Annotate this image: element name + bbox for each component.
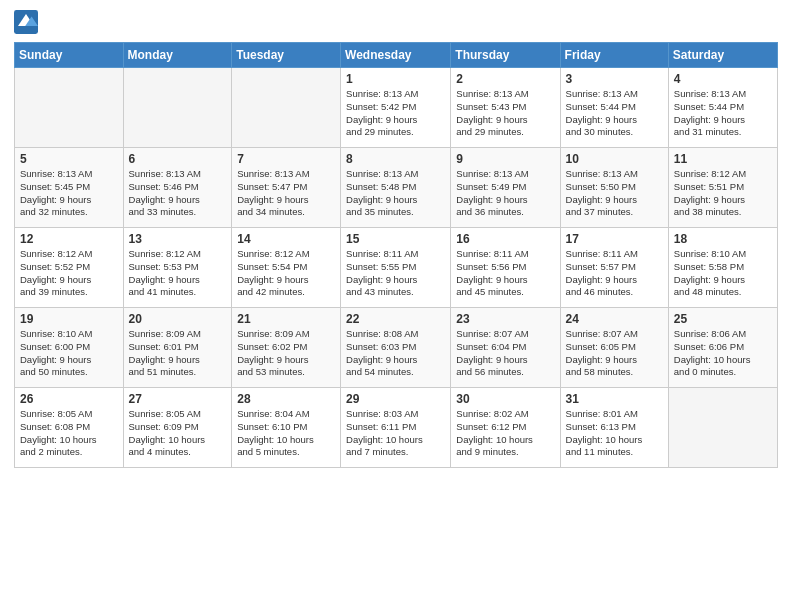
day-number: 26 bbox=[20, 392, 118, 406]
day-number: 16 bbox=[456, 232, 554, 246]
day-info: Sunrise: 8:11 AM Sunset: 5:56 PM Dayligh… bbox=[456, 248, 554, 299]
day-info: Sunrise: 8:03 AM Sunset: 6:11 PM Dayligh… bbox=[346, 408, 445, 459]
weekday-header-saturday: Saturday bbox=[668, 43, 777, 68]
day-cell: 25Sunrise: 8:06 AM Sunset: 6:06 PM Dayli… bbox=[668, 308, 777, 388]
day-info: Sunrise: 8:11 AM Sunset: 5:55 PM Dayligh… bbox=[346, 248, 445, 299]
day-number: 1 bbox=[346, 72, 445, 86]
day-info: Sunrise: 8:07 AM Sunset: 6:05 PM Dayligh… bbox=[566, 328, 663, 379]
day-number: 12 bbox=[20, 232, 118, 246]
day-number: 14 bbox=[237, 232, 335, 246]
day-number: 4 bbox=[674, 72, 772, 86]
day-number: 17 bbox=[566, 232, 663, 246]
day-number: 19 bbox=[20, 312, 118, 326]
day-cell: 16Sunrise: 8:11 AM Sunset: 5:56 PM Dayli… bbox=[451, 228, 560, 308]
calendar-table: SundayMondayTuesdayWednesdayThursdayFrid… bbox=[14, 42, 778, 468]
day-cell: 5Sunrise: 8:13 AM Sunset: 5:45 PM Daylig… bbox=[15, 148, 124, 228]
day-info: Sunrise: 8:13 AM Sunset: 5:49 PM Dayligh… bbox=[456, 168, 554, 219]
day-cell: 10Sunrise: 8:13 AM Sunset: 5:50 PM Dayli… bbox=[560, 148, 668, 228]
day-cell: 11Sunrise: 8:12 AM Sunset: 5:51 PM Dayli… bbox=[668, 148, 777, 228]
day-info: Sunrise: 8:13 AM Sunset: 5:44 PM Dayligh… bbox=[674, 88, 772, 139]
day-info: Sunrise: 8:08 AM Sunset: 6:03 PM Dayligh… bbox=[346, 328, 445, 379]
header bbox=[14, 10, 778, 34]
weekday-header-tuesday: Tuesday bbox=[232, 43, 341, 68]
day-number: 22 bbox=[346, 312, 445, 326]
day-cell: 19Sunrise: 8:10 AM Sunset: 6:00 PM Dayli… bbox=[15, 308, 124, 388]
day-number: 20 bbox=[129, 312, 227, 326]
day-number: 23 bbox=[456, 312, 554, 326]
day-info: Sunrise: 8:12 AM Sunset: 5:51 PM Dayligh… bbox=[674, 168, 772, 219]
day-cell: 30Sunrise: 8:02 AM Sunset: 6:12 PM Dayli… bbox=[451, 388, 560, 468]
day-number: 25 bbox=[674, 312, 772, 326]
day-number: 13 bbox=[129, 232, 227, 246]
day-cell: 4Sunrise: 8:13 AM Sunset: 5:44 PM Daylig… bbox=[668, 68, 777, 148]
day-cell: 3Sunrise: 8:13 AM Sunset: 5:44 PM Daylig… bbox=[560, 68, 668, 148]
day-cell: 27Sunrise: 8:05 AM Sunset: 6:09 PM Dayli… bbox=[123, 388, 232, 468]
weekday-header-row: SundayMondayTuesdayWednesdayThursdayFrid… bbox=[15, 43, 778, 68]
week-row-4: 19Sunrise: 8:10 AM Sunset: 6:00 PM Dayli… bbox=[15, 308, 778, 388]
day-number: 9 bbox=[456, 152, 554, 166]
day-info: Sunrise: 8:09 AM Sunset: 6:01 PM Dayligh… bbox=[129, 328, 227, 379]
day-cell: 24Sunrise: 8:07 AM Sunset: 6:05 PM Dayli… bbox=[560, 308, 668, 388]
day-cell: 12Sunrise: 8:12 AM Sunset: 5:52 PM Dayli… bbox=[15, 228, 124, 308]
day-number: 28 bbox=[237, 392, 335, 406]
weekday-header-wednesday: Wednesday bbox=[341, 43, 451, 68]
day-number: 2 bbox=[456, 72, 554, 86]
day-cell: 31Sunrise: 8:01 AM Sunset: 6:13 PM Dayli… bbox=[560, 388, 668, 468]
day-cell: 21Sunrise: 8:09 AM Sunset: 6:02 PM Dayli… bbox=[232, 308, 341, 388]
day-cell: 13Sunrise: 8:12 AM Sunset: 5:53 PM Dayli… bbox=[123, 228, 232, 308]
week-row-3: 12Sunrise: 8:12 AM Sunset: 5:52 PM Dayli… bbox=[15, 228, 778, 308]
week-row-1: 1Sunrise: 8:13 AM Sunset: 5:42 PM Daylig… bbox=[15, 68, 778, 148]
day-info: Sunrise: 8:12 AM Sunset: 5:53 PM Dayligh… bbox=[129, 248, 227, 299]
logo bbox=[14, 10, 40, 34]
day-cell: 1Sunrise: 8:13 AM Sunset: 5:42 PM Daylig… bbox=[341, 68, 451, 148]
day-info: Sunrise: 8:02 AM Sunset: 6:12 PM Dayligh… bbox=[456, 408, 554, 459]
day-info: Sunrise: 8:01 AM Sunset: 6:13 PM Dayligh… bbox=[566, 408, 663, 459]
day-cell bbox=[668, 388, 777, 468]
week-row-5: 26Sunrise: 8:05 AM Sunset: 6:08 PM Dayli… bbox=[15, 388, 778, 468]
day-number: 24 bbox=[566, 312, 663, 326]
day-cell: 22Sunrise: 8:08 AM Sunset: 6:03 PM Dayli… bbox=[341, 308, 451, 388]
day-info: Sunrise: 8:04 AM Sunset: 6:10 PM Dayligh… bbox=[237, 408, 335, 459]
day-info: Sunrise: 8:13 AM Sunset: 5:48 PM Dayligh… bbox=[346, 168, 445, 219]
day-info: Sunrise: 8:12 AM Sunset: 5:54 PM Dayligh… bbox=[237, 248, 335, 299]
weekday-header-monday: Monday bbox=[123, 43, 232, 68]
day-cell: 18Sunrise: 8:10 AM Sunset: 5:58 PM Dayli… bbox=[668, 228, 777, 308]
day-number: 11 bbox=[674, 152, 772, 166]
day-number: 5 bbox=[20, 152, 118, 166]
day-info: Sunrise: 8:05 AM Sunset: 6:08 PM Dayligh… bbox=[20, 408, 118, 459]
day-cell: 15Sunrise: 8:11 AM Sunset: 5:55 PM Dayli… bbox=[341, 228, 451, 308]
day-number: 29 bbox=[346, 392, 445, 406]
day-info: Sunrise: 8:13 AM Sunset: 5:45 PM Dayligh… bbox=[20, 168, 118, 219]
day-cell bbox=[15, 68, 124, 148]
day-cell: 26Sunrise: 8:05 AM Sunset: 6:08 PM Dayli… bbox=[15, 388, 124, 468]
day-info: Sunrise: 8:13 AM Sunset: 5:44 PM Dayligh… bbox=[566, 88, 663, 139]
day-cell: 28Sunrise: 8:04 AM Sunset: 6:10 PM Dayli… bbox=[232, 388, 341, 468]
day-info: Sunrise: 8:13 AM Sunset: 5:50 PM Dayligh… bbox=[566, 168, 663, 219]
day-number: 21 bbox=[237, 312, 335, 326]
day-info: Sunrise: 8:13 AM Sunset: 5:43 PM Dayligh… bbox=[456, 88, 554, 139]
weekday-header-friday: Friday bbox=[560, 43, 668, 68]
weekday-header-sunday: Sunday bbox=[15, 43, 124, 68]
day-number: 30 bbox=[456, 392, 554, 406]
logo-icon bbox=[14, 10, 38, 34]
day-number: 27 bbox=[129, 392, 227, 406]
day-number: 7 bbox=[237, 152, 335, 166]
weekday-header-thursday: Thursday bbox=[451, 43, 560, 68]
day-cell bbox=[232, 68, 341, 148]
day-number: 15 bbox=[346, 232, 445, 246]
day-info: Sunrise: 8:13 AM Sunset: 5:42 PM Dayligh… bbox=[346, 88, 445, 139]
day-cell: 29Sunrise: 8:03 AM Sunset: 6:11 PM Dayli… bbox=[341, 388, 451, 468]
day-cell: 17Sunrise: 8:11 AM Sunset: 5:57 PM Dayli… bbox=[560, 228, 668, 308]
day-number: 18 bbox=[674, 232, 772, 246]
day-info: Sunrise: 8:13 AM Sunset: 5:46 PM Dayligh… bbox=[129, 168, 227, 219]
day-number: 8 bbox=[346, 152, 445, 166]
day-info: Sunrise: 8:13 AM Sunset: 5:47 PM Dayligh… bbox=[237, 168, 335, 219]
day-cell: 2Sunrise: 8:13 AM Sunset: 5:43 PM Daylig… bbox=[451, 68, 560, 148]
day-info: Sunrise: 8:10 AM Sunset: 6:00 PM Dayligh… bbox=[20, 328, 118, 379]
calendar-container: SundayMondayTuesdayWednesdayThursdayFrid… bbox=[0, 0, 792, 612]
day-info: Sunrise: 8:05 AM Sunset: 6:09 PM Dayligh… bbox=[129, 408, 227, 459]
day-info: Sunrise: 8:10 AM Sunset: 5:58 PM Dayligh… bbox=[674, 248, 772, 299]
day-cell: 23Sunrise: 8:07 AM Sunset: 6:04 PM Dayli… bbox=[451, 308, 560, 388]
day-number: 31 bbox=[566, 392, 663, 406]
day-cell: 14Sunrise: 8:12 AM Sunset: 5:54 PM Dayli… bbox=[232, 228, 341, 308]
